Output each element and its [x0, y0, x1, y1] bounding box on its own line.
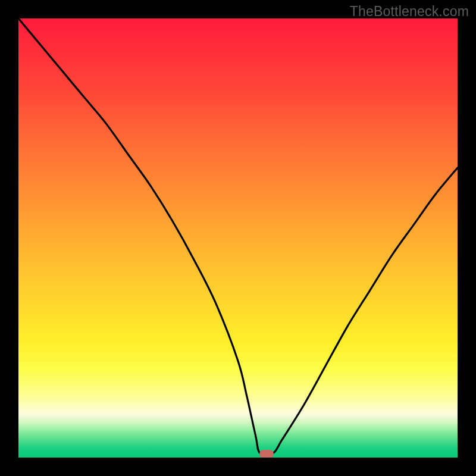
- watermark-text: TheBottleneck.com: [350, 4, 469, 20]
- chart-frame: TheBottleneck.com: [0, 0, 476, 476]
- plot-area: [18, 18, 458, 458]
- bottleneck-curve: [18, 18, 458, 458]
- minimum-marker: [259, 450, 274, 458]
